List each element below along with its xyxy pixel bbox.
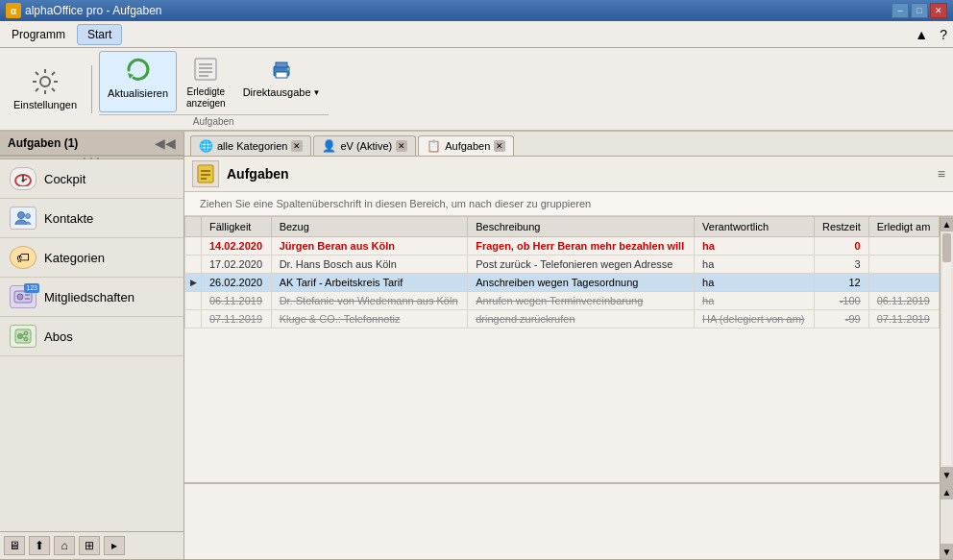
print-icon: [266, 54, 297, 85]
toolbar: Einstellungen Aktualisieren: [0, 48, 953, 132]
app-icon: α: [6, 3, 21, 18]
cell-restzeit: -100: [814, 292, 868, 310]
cell-bezug: AK Tarif - Arbeitskreis Tarif: [271, 274, 468, 292]
toolbar-scroll-help[interactable]: ?: [936, 25, 951, 44]
tab-alle-kategorien[interactable]: 🌐 alle Kategorien ✕: [190, 135, 311, 156]
table-row[interactable]: 14.02.2020 Jürgen Beran aus Köln Fragen,…: [185, 237, 940, 256]
bottom-scroll-track: [941, 499, 953, 544]
toolbar-scroll-up[interactable]: ▲: [911, 25, 932, 44]
cell-restzeit: 3: [814, 256, 868, 274]
svg-rect-27: [198, 165, 213, 183]
sidebar-monitor-button[interactable]: 🖥: [4, 536, 25, 555]
cell-bezug: Dr. Hans Bosch aus Köln: [271, 256, 468, 274]
content-area: 🌐 alle Kategorien ✕ 👤 eV (Aktive) ✕ 📋 Au…: [184, 132, 953, 559]
cell-faelligkeit: 26.02.2020: [202, 274, 272, 292]
tab-aufgaben-close[interactable]: ✕: [494, 140, 505, 152]
sidebar-item-abos[interactable]: Abos: [0, 317, 183, 356]
aktualisieren-button[interactable]: Aktualisieren: [99, 51, 177, 112]
kontakte-icon: [10, 207, 37, 230]
sidebar-item-kategorien[interactable]: 🏷 Kategorien: [0, 238, 183, 278]
table-row[interactable]: ▶ 26.02.2020 AK Tarif - Arbeitskreis Tar…: [185, 274, 940, 292]
col-erledigt-am[interactable]: Erledigt am: [868, 217, 939, 237]
svg-point-15: [18, 212, 25, 219]
sidebar-item-abos-label: Abos: [44, 329, 73, 344]
completed-icon: [190, 54, 221, 85]
tab-ev-close[interactable]: ✕: [396, 140, 407, 152]
close-button[interactable]: ✕: [930, 3, 947, 18]
table-row[interactable]: 07.11.2019 Kluge & CO.: Telefonnotiz dri…: [185, 310, 940, 329]
content-menu-icon[interactable]: ≡: [938, 166, 945, 182]
cell-beschreibung: Fragen, ob Herr Beran mehr bezahlen will: [468, 237, 695, 256]
tab-alle-close[interactable]: ✕: [291, 140, 303, 152]
sidebar-bottom-toolbar: 🖥 ⬆ ⌂ ⊞ ▸: [0, 531, 183, 559]
scrollbar-track[interactable]: [942, 233, 951, 465]
sidebar-item-mitgliedschaften[interactable]: 123 Mitgliedschaften: [0, 278, 183, 317]
tab-ev[interactable]: 👤 eV (Aktive) ✕: [313, 135, 416, 156]
scrollbar-thumb[interactable]: [942, 233, 951, 262]
menu-programm[interactable]: Programm: [2, 25, 75, 44]
cell-beschreibung: Post zurück - Telefonieren wegen Adresse: [468, 256, 695, 274]
col-beschreibung[interactable]: Beschreibung: [468, 217, 695, 237]
sidebar-upload-button[interactable]: ⬆: [29, 536, 50, 555]
content-header: Aufgaben ≡: [184, 157, 953, 192]
window-title: alphaOffice pro - Aufgaben: [25, 4, 162, 17]
title-bar-left: α alphaOffice pro - Aufgaben: [6, 3, 162, 18]
bottom-scroll-up[interactable]: ▲: [941, 484, 953, 499]
svg-point-16: [26, 214, 31, 219]
scrollbar-up-button[interactable]: ▲: [941, 216, 953, 231]
sidebar-header: Aufgaben (1) ◀◀: [0, 132, 183, 156]
sidebar-item-kontakte[interactable]: Kontakte: [0, 199, 183, 238]
row-arrow: [185, 256, 202, 274]
svg-point-23: [24, 331, 28, 335]
tab-aufgaben[interactable]: 📋 Aufgaben ✕: [418, 135, 514, 156]
col-arrow: [185, 217, 202, 237]
table-header-row: Fälligkeit Bezug Beschreibung Verantwort…: [185, 217, 940, 237]
cell-restzeit: -99: [814, 310, 868, 329]
tab-aufgaben-label: Aufgaben: [445, 140, 490, 152]
vertical-scrollbar[interactable]: ▲ ▼: [940, 216, 953, 482]
sidebar-item-cockpit-label: Cockpit: [44, 172, 86, 186]
col-verantwortlich[interactable]: Verantwortlich: [695, 217, 814, 237]
cell-faelligkeit: 14.02.2020: [202, 237, 272, 256]
maximize-button[interactable]: □: [911, 3, 928, 18]
alle-kategorien-icon: 🌐: [199, 139, 213, 153]
einstellungen-button[interactable]: Einstellungen: [6, 63, 85, 114]
table-row[interactable]: 17.02.2020 Dr. Hans Bosch aus Köln Post …: [185, 256, 940, 274]
scrollbar-down-button[interactable]: ▼: [941, 467, 953, 482]
sidebar-collapse-button[interactable]: ◀◀: [155, 135, 176, 151]
cell-restzeit: 0: [814, 237, 868, 256]
direktausgabe-label: Direktausgabe▼: [243, 86, 321, 99]
bottom-scrollbar[interactable]: ▲ ▼: [940, 484, 953, 559]
cell-verantwortlich: ha: [695, 237, 814, 256]
col-restzeit[interactable]: Restzeit: [814, 217, 868, 237]
direktausgabe-button[interactable]: Direktausgabe▼: [235, 51, 329, 112]
cell-verantwortlich: HA (delegiert von am): [695, 310, 814, 329]
tab-alle-label: alle Kategorien: [217, 140, 287, 152]
bottom-scroll-down[interactable]: ▼: [941, 544, 953, 559]
main-layout: Aufgaben (1) ◀◀ • • •: [0, 132, 953, 559]
svg-point-24: [24, 337, 28, 341]
mitglied-icon: 123: [10, 285, 37, 308]
title-controls[interactable]: – □ ✕: [892, 3, 947, 18]
content-title: Aufgaben: [227, 166, 289, 182]
col-faelligkeit[interactable]: Fälligkeit: [202, 217, 272, 237]
einstellungen-label: Einstellungen: [13, 99, 77, 111]
sidebar-grid-button[interactable]: ⊞: [79, 536, 100, 555]
table-row[interactable]: 06.11.2019 Dr. Stefanie von Wiedemann au…: [185, 292, 940, 310]
sidebar-home-button[interactable]: ⌂: [54, 536, 75, 555]
menu-start[interactable]: Start: [77, 24, 122, 45]
minimize-button[interactable]: –: [892, 3, 909, 18]
kategorien-icon: 🏷: [10, 246, 37, 269]
abos-icon: [10, 325, 37, 348]
aufgaben-tab-icon: 📋: [427, 139, 441, 153]
sidebar-more-button[interactable]: ▸: [104, 536, 125, 555]
col-bezug[interactable]: Bezug: [271, 217, 468, 237]
tab-bar: 🌐 alle Kategorien ✕ 👤 eV (Aktive) ✕ 📋 Au…: [184, 132, 953, 157]
erledigte-button[interactable]: Erledigte anzeigen: [179, 51, 233, 112]
svg-point-14: [22, 180, 25, 183]
sidebar-item-kategorien-label: Kategorien: [44, 251, 105, 265]
table-container[interactable]: Fälligkeit Bezug Beschreibung Verantwort…: [184, 216, 940, 482]
cell-beschreibung: dringend zurückrufen: [468, 310, 695, 329]
sidebar-item-cockpit[interactable]: Cockpit: [0, 159, 183, 199]
cockpit-icon: [10, 167, 37, 190]
